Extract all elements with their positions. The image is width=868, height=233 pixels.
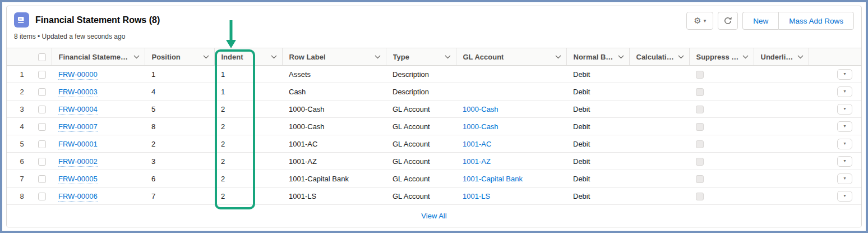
row-checkbox[interactable] (38, 71, 46, 79)
normal-balance-cell: Debit (566, 135, 629, 153)
chevron-down-icon (555, 55, 561, 59)
column-header-id[interactable]: Financial Statemen... (52, 48, 145, 66)
row-actions-button[interactable]: ▾ (837, 86, 852, 97)
table-row: 1 FRW-00000 1 1 Assets Description Debit… (7, 66, 861, 83)
gear-icon: ⚙ (694, 17, 701, 25)
suppress-cell (689, 100, 754, 118)
chevron-down-icon (618, 55, 624, 59)
table-row: 7 FRW-00005 6 2 1001-Capital Bank GL Acc… (7, 170, 861, 188)
column-header-underline[interactable]: Underline (754, 48, 809, 66)
type-cell: GL Account (386, 135, 456, 153)
column-header-indent[interactable]: Indent (214, 48, 282, 66)
row-actions-button[interactable]: ▾ (837, 69, 852, 80)
row-actions-cell: ▾ (809, 83, 861, 100)
refresh-button[interactable] (718, 12, 738, 30)
column-header-suppress[interactable]: Suppress P... (689, 48, 754, 66)
calculation-cell (629, 118, 689, 135)
table-row: 2 FRW-00003 4 1 Cash Description Debit ▾ (7, 83, 861, 100)
row-checkbox[interactable] (38, 88, 46, 96)
row-checkbox[interactable] (38, 140, 46, 148)
row-number: 5 (7, 135, 37, 153)
row-number: 3 (7, 100, 37, 118)
calculation-cell (629, 153, 689, 170)
gl-account-cell: 1001-AC (456, 135, 566, 153)
record-link[interactable]: FRW-00005 (58, 175, 98, 184)
page-title: Financial Statement Rows (8) (35, 15, 160, 25)
record-link[interactable]: FRW-00001 (58, 140, 98, 149)
row-select-cell (37, 153, 52, 170)
row-select-cell (37, 135, 52, 153)
row-checkbox[interactable] (38, 123, 46, 131)
row-actions-cell: ▾ (809, 170, 861, 188)
type-cell: GL Account (386, 170, 456, 188)
position-cell: 4 (145, 83, 214, 100)
row-select-cell (37, 83, 52, 100)
row-actions-button[interactable]: ▾ (837, 156, 852, 167)
gl-account-link[interactable]: 1001-AZ (463, 157, 491, 166)
row-checkbox[interactable] (38, 158, 46, 166)
column-header-position[interactable]: Position (145, 48, 214, 66)
column-header-calculation[interactable]: Calculation (629, 48, 689, 66)
list-view-header: Financial Statement Rows (8) 8 items • U… (7, 6, 861, 48)
suppress-checkbox (696, 88, 704, 96)
row-actions-button[interactable]: ▾ (837, 121, 852, 132)
gl-account-link[interactable]: 1001-Capital Bank (463, 175, 523, 183)
row-checkbox[interactable] (38, 175, 46, 183)
suppress-checkbox (696, 106, 704, 113)
row-select-cell (37, 66, 52, 83)
new-button[interactable]: New (742, 12, 778, 30)
type-cell: Description (386, 83, 456, 100)
record-link[interactable]: FRW-00004 (58, 105, 98, 115)
row-checkbox[interactable] (38, 106, 46, 113)
row-number: 7 (7, 170, 37, 188)
suppress-cell (689, 83, 754, 100)
view-all-link[interactable]: View All (421, 212, 446, 220)
column-header-type[interactable]: Type (386, 48, 456, 66)
mass-add-rows-button[interactable]: Mass Add Rows (778, 12, 854, 30)
row-actions-button[interactable]: ▾ (837, 139, 852, 149)
record-id-cell: FRW-00005 (52, 170, 145, 188)
column-header-normal_balance[interactable]: Normal Ba... (566, 48, 629, 66)
gl-account-link[interactable]: 1000-Cash (463, 105, 498, 113)
record-link[interactable]: FRW-00003 (58, 88, 98, 97)
calculation-cell (629, 100, 689, 118)
column-header-row_label[interactable]: Row Label (282, 48, 386, 66)
row-select-cell (37, 100, 52, 118)
type-cell: GL Account (386, 100, 456, 118)
records-grid: Financial Statemen... Position Indent Ro… (7, 48, 861, 227)
calculation-cell (629, 188, 689, 205)
gl-account-link[interactable]: 1001-AC (463, 140, 491, 148)
row-label-cell: 1001-Capital Bank (282, 170, 386, 188)
type-cell: GL Account (386, 188, 456, 205)
suppress-cell (689, 170, 754, 188)
chevron-down-icon (133, 55, 140, 59)
record-link[interactable]: FRW-00006 (58, 192, 98, 202)
select-all-checkbox[interactable] (38, 53, 46, 61)
row-actions-button[interactable]: ▾ (837, 104, 852, 115)
type-cell: GL Account (386, 153, 456, 170)
record-link[interactable]: FRW-00002 (58, 157, 98, 167)
row-actions-button[interactable]: ▾ (837, 191, 852, 202)
underline-cell (754, 118, 809, 135)
column-header-gl_account[interactable]: GL Account (456, 48, 566, 66)
row-actions-button[interactable]: ▾ (837, 173, 852, 184)
refresh-icon (723, 16, 732, 25)
row-number-header (7, 48, 37, 66)
indent-cell: 2 (214, 153, 282, 170)
row-actions-cell: ▾ (809, 135, 861, 153)
gl-account-link[interactable]: 1001-LS (463, 192, 490, 200)
row-checkbox[interactable] (38, 193, 46, 200)
type-cell: GL Account (386, 118, 456, 135)
calculation-cell (629, 170, 689, 188)
normal-balance-cell: Debit (566, 153, 629, 170)
row-actions-cell: ▾ (809, 66, 861, 83)
record-link[interactable]: FRW-00000 (58, 70, 98, 80)
suppress-checkbox (696, 158, 704, 166)
calculation-cell (629, 135, 689, 153)
suppress-checkbox (696, 123, 704, 131)
list-view-actions: ⚙▾ New Mass Add Rows (686, 12, 854, 30)
record-link[interactable]: FRW-00007 (58, 122, 98, 132)
gl-account-link[interactable]: 1000-Cash (463, 122, 498, 131)
list-settings-button[interactable]: ⚙▾ (686, 12, 713, 30)
row-actions-cell: ▾ (809, 118, 861, 135)
